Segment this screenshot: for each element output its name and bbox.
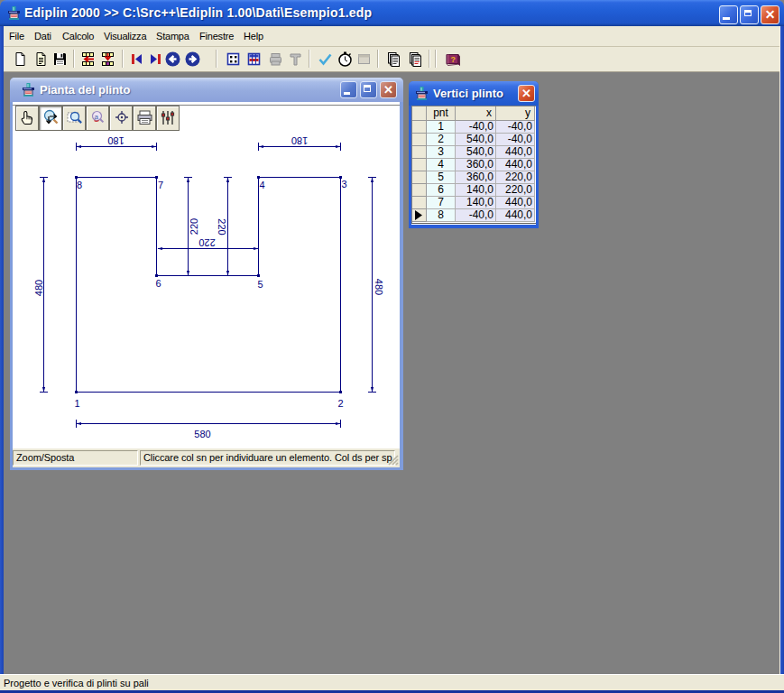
svg-text:1: 1 (75, 398, 80, 409)
svg-text:2: 2 (338, 398, 344, 409)
svg-text:580: 580 (194, 429, 210, 439)
svg-text:220: 220 (189, 218, 199, 235)
svg-text:?: ? (451, 55, 457, 64)
svg-text:480: 480 (33, 280, 44, 296)
svg-text:3: 3 (342, 179, 347, 189)
svg-text:5: 5 (258, 279, 263, 290)
svg-text:180: 180 (291, 135, 308, 146)
svg-text:7: 7 (158, 180, 163, 190)
svg-text:8: 8 (77, 180, 82, 190)
svg-text:4: 4 (260, 180, 265, 190)
svg-text:6: 6 (156, 278, 161, 289)
svg-text:220: 220 (198, 237, 215, 248)
svg-text:220: 220 (217, 218, 227, 235)
svg-text:180: 180 (107, 135, 124, 146)
svg-text:480: 480 (374, 279, 384, 295)
svg-text:a: a (95, 113, 99, 121)
